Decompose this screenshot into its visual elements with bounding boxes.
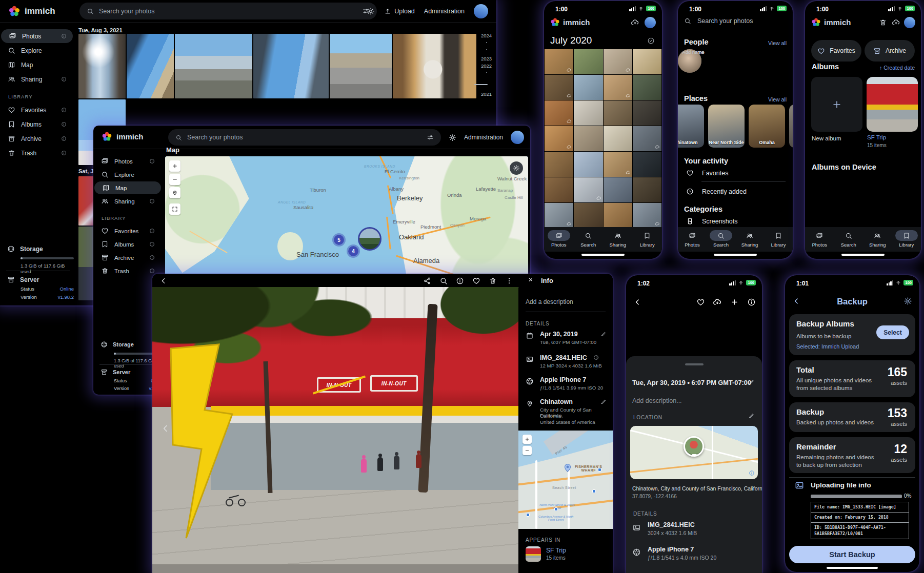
map-info-icon[interactable] (749, 470, 755, 476)
add-to-icon[interactable] (730, 298, 739, 306)
new-album-card[interactable] (811, 77, 862, 132)
sidebar-item[interactable]: Favorites (93, 224, 161, 237)
photo-tile[interactable] (545, 49, 573, 74)
photo-tile[interactable] (574, 75, 602, 100)
theme-toggle-icon[interactable] (367, 7, 375, 15)
edit-date-icon[interactable] (600, 331, 607, 337)
photo-thumbnail[interactable] (127, 34, 174, 98)
sync-cloud-icon[interactable] (631, 18, 639, 27)
administration-link[interactable]: Administration (424, 8, 465, 15)
place-card[interactable]: Omaha (749, 105, 785, 148)
photo-tile[interactable] (633, 75, 661, 100)
file-info-icon[interactable] (593, 355, 599, 360)
sidebar-item[interactable]: Sharing (0, 72, 73, 86)
albums-sort[interactable]: ↑ Created date (879, 65, 915, 71)
map-cluster-marker[interactable]: 4 (347, 244, 360, 258)
photo-tile[interactable] (545, 203, 573, 227)
place-card[interactable]: Near North Side (708, 105, 745, 148)
nav-tab[interactable]: Search (574, 227, 604, 252)
info-icon[interactable] (61, 150, 67, 156)
immich-logo[interactable]: immich (102, 131, 144, 142)
photo-thumbnail[interactable] (393, 34, 476, 98)
back-icon[interactable] (633, 298, 642, 306)
photo-tile[interactable] (604, 75, 632, 100)
photo-tile[interactable] (545, 100, 573, 126)
trash-icon[interactable] (879, 18, 887, 27)
sheet-drag-handle[interactable] (685, 363, 704, 365)
search-input[interactable]: Search your photos (684, 17, 753, 25)
map-photo-marker[interactable] (684, 436, 704, 457)
avatar[interactable] (474, 4, 488, 18)
nav-tab[interactable]: Library (892, 227, 921, 252)
avatar[interactable] (904, 17, 915, 28)
sidebar-item[interactable]: Explore (0, 44, 73, 57)
share-icon[interactable] (423, 277, 431, 285)
map-compass-button[interactable] (169, 187, 180, 198)
close-icon[interactable] (525, 277, 532, 284)
album-link[interactable]: SF Trip (546, 547, 566, 554)
add-name-label[interactable]: Add name (678, 49, 709, 55)
avatar[interactable] (511, 131, 524, 144)
sidebar-item[interactable]: Albums (93, 238, 161, 251)
album-card[interactable] (867, 77, 918, 132)
filter-icon[interactable] (427, 134, 434, 141)
photo-tile[interactable] (545, 75, 573, 100)
start-backup-button[interactable]: Start Backup (789, 546, 915, 563)
nav-tab[interactable]: Sharing (735, 227, 764, 252)
photo-tile[interactable] (545, 152, 573, 177)
edit-location-icon[interactable] (600, 399, 607, 405)
favorite-icon[interactable] (472, 277, 480, 285)
info-icon[interactable] (149, 198, 155, 204)
nav-tab[interactable]: Photos (678, 227, 707, 252)
photo-tile[interactable] (633, 152, 661, 177)
add-description-field[interactable]: Add a description (526, 298, 573, 305)
favorites-row[interactable]: Favorites (686, 169, 728, 177)
search-input[interactable]: Search your photos (168, 129, 441, 146)
gear-icon[interactable] (903, 297, 912, 305)
favorites-button[interactable]: Favorites (811, 40, 861, 62)
photo-tile[interactable] (604, 203, 632, 227)
sync-cloud-icon[interactable] (892, 18, 900, 27)
more-options-icon[interactable] (505, 277, 513, 285)
map-zoom-in-button[interactable] (169, 160, 180, 172)
previous-photo-icon[interactable] (160, 423, 171, 434)
administration-link[interactable]: Administration (464, 134, 503, 141)
select-button[interactable]: Select (876, 325, 909, 339)
photo-thumbnail[interactable] (78, 34, 126, 98)
place-card[interactable]: Pi (789, 105, 793, 148)
photo-tile[interactable] (574, 177, 602, 202)
photo-tile[interactable] (633, 49, 661, 74)
nav-tab[interactable]: Search (707, 227, 735, 252)
map-zoom-out-button[interactable] (169, 174, 180, 185)
photo-tile[interactable] (633, 126, 661, 151)
edit-date-icon[interactable] (748, 379, 755, 385)
photo-viewer-image[interactable]: IN-N-OUT IN-N-OUT (152, 287, 518, 573)
sidebar-item[interactable]: Photos (93, 155, 161, 168)
sidebar-item[interactable]: Sharing (93, 195, 161, 208)
upload-cloud-icon[interactable] (713, 298, 722, 307)
photo-tile[interactable] (604, 177, 632, 202)
map-cluster-marker[interactable]: 5 (332, 233, 346, 247)
upload-button[interactable]: Upload (384, 8, 415, 15)
sidebar-item[interactable]: Photos (1, 29, 73, 43)
sidebar-item[interactable]: Albums (0, 117, 73, 131)
screenshots-row[interactable]: Screenshots (686, 217, 737, 225)
photo-tile[interactable] (574, 100, 602, 126)
nav-tab[interactable]: Sharing (863, 227, 892, 252)
nav-tab[interactable]: Sharing (603, 227, 633, 252)
add-description-field[interactable]: Add description... (632, 397, 682, 404)
select-all-icon[interactable] (647, 37, 655, 45)
info-icon[interactable] (149, 241, 155, 247)
people-view-all[interactable]: View all (768, 40, 787, 46)
immich-logo[interactable]: immich (8, 5, 55, 17)
map-fullscreen-button[interactable] (169, 203, 180, 215)
timeline-scrubber[interactable]: 2024 2023 2022 2021 (481, 29, 496, 131)
photo-tile[interactable] (604, 100, 632, 126)
photo-tile[interactable] (604, 152, 632, 177)
photo-thumbnail[interactable] (253, 34, 329, 98)
avatar[interactable] (645, 17, 656, 28)
place-card[interactable]: Chinatown (678, 105, 704, 148)
sidebar-item[interactable]: Explore (93, 168, 161, 181)
nav-tab[interactable]: Library (764, 227, 793, 252)
info-icon[interactable] (61, 136, 67, 141)
